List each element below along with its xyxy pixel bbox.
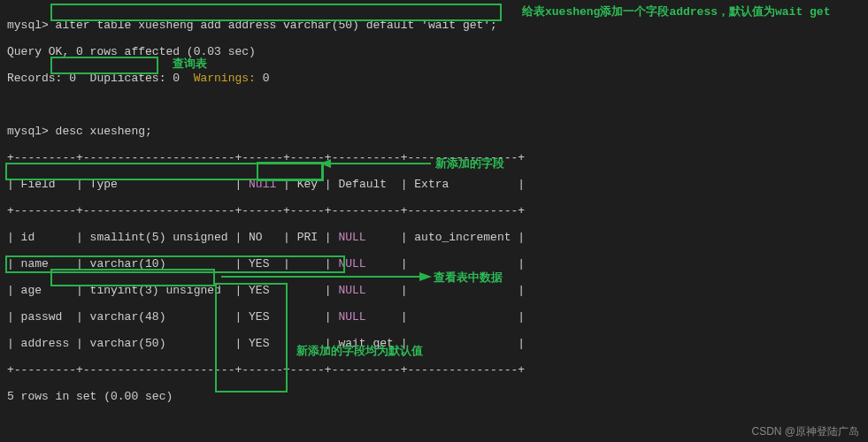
cmd-alter-table: alter table xuesheng add address varchar… bbox=[56, 19, 497, 32]
table-row: | age | tinyint(3) unsigned | YES | | bbox=[7, 284, 338, 297]
table-sep: +---------+----------------------+------… bbox=[7, 363, 861, 377]
table-row: | name | varchar(10) | YES | | bbox=[7, 257, 338, 271]
warnings-label: Warnings: bbox=[194, 72, 256, 85]
table-footer: 5 rows in set (0.00 sec) bbox=[7, 390, 861, 403]
watermark: CSDN @原神登陆广岛 bbox=[751, 425, 859, 438]
null-value: NULL bbox=[338, 257, 365, 271]
prompt: mysql> bbox=[7, 125, 56, 138]
null-value: NULL bbox=[338, 231, 365, 244]
table-row: | | bbox=[366, 310, 525, 324]
table-sep: +---------+----------------------+------… bbox=[7, 204, 861, 217]
table-row: | | bbox=[366, 257, 525, 271]
annotation-5: 新添加的字段均为默认值 bbox=[296, 345, 423, 358]
table-row: | id | smallint(5) unsigned | NO | PRI | bbox=[7, 231, 338, 244]
null-keyword: Null bbox=[249, 178, 276, 191]
null-value: NULL bbox=[338, 284, 365, 297]
prompt: mysql> bbox=[7, 19, 56, 32]
table-sep: +---------+----------------------+------… bbox=[7, 151, 861, 164]
annotation-3: 新添加的字段 bbox=[435, 157, 504, 171]
cmd-desc: desc xuesheng; bbox=[56, 125, 152, 138]
result-line: Records: 0 Duplicates: 0 bbox=[7, 72, 194, 85]
terminal[interactable]: mysql> alter table xuesheng add address … bbox=[0, 0, 868, 442]
table-row: | passwd | varchar(48) | YES | | bbox=[7, 310, 338, 324]
table-hdr: | Field | Type | bbox=[7, 178, 249, 191]
result-line: 0 bbox=[256, 72, 270, 85]
table-hdr: | Key | Default | Extra | bbox=[276, 178, 525, 191]
table-row: | | bbox=[366, 284, 525, 297]
table-row: | auto_increment | bbox=[366, 231, 525, 244]
annotation-2: 查询表 bbox=[173, 57, 207, 71]
result-line: Query OK, 0 rows affected (0.03 sec) bbox=[7, 45, 861, 58]
annotation-4: 查看表中数据 bbox=[434, 271, 503, 285]
table-row-address: | address | varchar(50) | YES | | wait g… bbox=[7, 337, 861, 350]
null-value: NULL bbox=[338, 310, 365, 324]
annotation-1: 给表xuesheng添加一个字段address，默认值为wait get bbox=[522, 5, 830, 19]
